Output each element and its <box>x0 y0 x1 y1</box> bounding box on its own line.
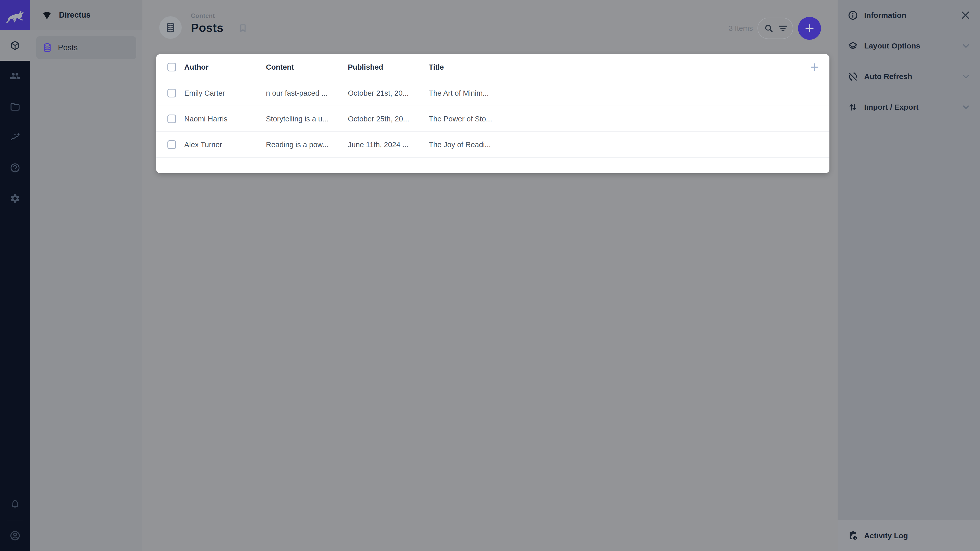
module-settings[interactable] <box>0 183 30 214</box>
notifications-button[interactable] <box>0 490 30 519</box>
sync-disabled-icon <box>848 71 858 82</box>
row-checkbox[interactable] <box>167 114 176 123</box>
sidebar-section-label: Layout Options <box>864 41 920 50</box>
insights-icon <box>10 132 21 143</box>
filter-icon <box>778 23 788 33</box>
item-count: 3 Items <box>729 24 753 33</box>
table-row[interactable]: Emily Carter n our fast-paced ... Octobe… <box>156 80 829 106</box>
plus-icon <box>803 22 815 34</box>
page-header: Content Posts 3 Items <box>142 0 838 55</box>
cell-published: June 11th, 2024 ... <box>348 140 409 149</box>
module-insights[interactable] <box>0 122 30 152</box>
people-icon <box>10 70 21 82</box>
navigation-panel: Directus Posts <box>30 0 142 551</box>
table-header-row: Author Content Published Title <box>156 54 829 80</box>
add-field-button[interactable] <box>809 62 820 73</box>
collection-icon-circle <box>159 16 182 39</box>
items-table-card: Author Content Published Title Emily Car… <box>156 54 829 173</box>
activity-log-button[interactable]: Activity Log <box>838 520 980 551</box>
cell-author: Alex Turner <box>184 140 222 149</box>
module-users[interactable] <box>0 61 30 91</box>
column-divider <box>259 60 259 75</box>
cell-published: October 21st, 20... <box>348 89 409 97</box>
chevron-down-icon <box>961 41 971 51</box>
activity-log-label: Activity Log <box>864 531 908 540</box>
close-sidebar-button[interactable] <box>959 10 971 21</box>
column-header-published[interactable]: Published <box>348 63 383 71</box>
folder-icon <box>10 101 21 112</box>
sidebar-section-label: Auto Refresh <box>864 72 912 81</box>
search-button[interactable] <box>764 23 774 33</box>
page-title: Posts <box>191 21 224 35</box>
box-icon <box>10 40 21 51</box>
cell-author: Naomi Harris <box>184 114 228 123</box>
cell-title: The Art of Minim... <box>429 89 489 97</box>
info-icon <box>848 10 858 21</box>
module-docs[interactable] <box>0 152 30 183</box>
cell-content: Storytelling is a u... <box>266 114 328 123</box>
cell-content: Reading is a pow... <box>266 140 328 149</box>
column-divider <box>504 60 504 75</box>
column-header-author[interactable]: Author <box>184 63 208 71</box>
project-shield-icon <box>41 10 52 21</box>
database-icon <box>42 43 52 53</box>
layers-icon <box>848 41 858 51</box>
sidebar-section-label: Import / Export <box>864 103 918 111</box>
search-icon <box>764 23 774 33</box>
cell-author: Emily Carter <box>184 89 225 97</box>
database-icon <box>165 22 176 33</box>
right-sidebar: Information Layout Options <box>838 0 980 551</box>
search-filter-pill <box>757 17 793 39</box>
cell-content: n our fast-paced ... <box>266 89 328 97</box>
directus-logo[interactable] <box>0 0 30 30</box>
module-files[interactable] <box>0 91 30 122</box>
chevron-down-icon <box>961 71 971 82</box>
project-name: Directus <box>59 11 91 20</box>
bookmark-icon <box>238 23 248 33</box>
nav-item-posts[interactable]: Posts <box>36 36 136 59</box>
column-header-content[interactable]: Content <box>266 63 294 71</box>
sidebar-section-auto-refresh[interactable]: Auto Refresh <box>838 61 980 92</box>
import-export-icon <box>848 102 858 113</box>
header-toolbar: 3 Items <box>729 17 821 40</box>
module-bar <box>0 0 30 551</box>
cell-published: October 25th, 20... <box>348 114 409 123</box>
close-icon <box>959 10 971 21</box>
cell-title: The Joy of Readi... <box>429 140 491 149</box>
column-divider <box>341 60 341 75</box>
table-row[interactable]: Alex Turner Reading is a pow... June 11t… <box>156 132 829 158</box>
add-item-button[interactable] <box>798 17 821 40</box>
sidebar-section-label: Information <box>864 11 906 20</box>
directus-app: Directus Posts <box>0 0 980 551</box>
bookmark-button[interactable] <box>237 22 249 34</box>
breadcrumb: Content <box>191 12 224 19</box>
cell-title: The Power of Sto... <box>429 114 492 123</box>
sidebar-section-information[interactable]: Information <box>838 0 980 30</box>
column-divider <box>422 60 422 75</box>
filter-button[interactable] <box>778 23 788 33</box>
sidebar-section-import-export[interactable]: Import / Export <box>838 92 980 122</box>
rabbit-logo-icon <box>5 5 25 25</box>
column-header-title[interactable]: Title <box>429 63 444 71</box>
row-checkbox[interactable] <box>167 140 176 149</box>
help-icon <box>10 162 21 173</box>
module-content[interactable] <box>0 30 30 61</box>
bell-icon <box>10 499 21 510</box>
chevron-down-icon <box>961 102 971 113</box>
nav-item-label: Posts <box>58 43 78 52</box>
user-circle-icon <box>9 530 21 541</box>
user-menu-button[interactable] <box>0 520 30 551</box>
sidebar-section-layout-options[interactable]: Layout Options <box>838 30 980 61</box>
row-checkbox[interactable] <box>167 89 176 97</box>
table-row[interactable]: Naomi Harris Storytelling is a u... Octo… <box>156 106 829 132</box>
title-block: Content Posts <box>191 12 224 35</box>
gear-icon <box>10 193 21 204</box>
select-all-checkbox[interactable] <box>167 63 176 71</box>
activity-log-icon <box>848 530 858 541</box>
project-chooser[interactable]: Directus <box>30 0 142 30</box>
plus-icon <box>809 62 820 73</box>
